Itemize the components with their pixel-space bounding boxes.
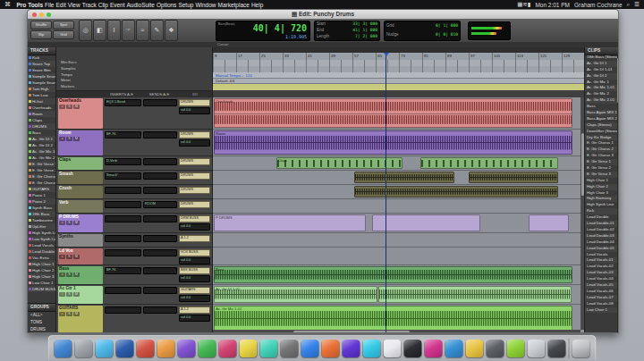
record-button[interactable]: ●: [59, 292, 65, 297]
clip-list-item[interactable]: Bass: [585, 104, 617, 110]
audio-clip[interactable]: Overheads: [214, 98, 572, 128]
dock-icon[interactable]: [548, 340, 566, 357]
track-name-block[interactable]: Smash●SM: [58, 172, 103, 184]
clip-list-item[interactable]: Dry Kic Bridge: [585, 135, 617, 141]
audio-clip[interactable]: Claps: [276, 157, 402, 169]
scrubber-tool-icon[interactable]: ≈: [136, 20, 149, 41]
horizontal-scrollbar[interactable]: [213, 330, 580, 333]
track-list-item[interactable]: Lead Vocals: [28, 242, 55, 248]
track-name-block[interactable]: P DRUMS●SM: [58, 214, 103, 232]
solo-button[interactable]: S: [66, 273, 72, 277]
track-name[interactable]: Overheads: [59, 98, 102, 104]
zoom-tool-icon[interactable]: ◎: [79, 20, 92, 41]
io-output-path[interactable]: GUITARS: [179, 287, 210, 294]
io-output-path[interactable]: BSS BUSS: [179, 267, 210, 274]
menu-item[interactable]: Setup: [177, 2, 194, 8]
nudge-label[interactable]: Nudge: [386, 30, 399, 39]
volume-readout[interactable]: vol 0.0: [179, 139, 210, 147]
grid-label[interactable]: Grid: [386, 21, 394, 30]
track-name-block[interactable]: Overheads●SM: [58, 98, 103, 129]
edit-lane[interactable]: Room: [213, 130, 584, 156]
clip-list-item[interactable]: High Harmony: [585, 196, 617, 202]
audio-clip[interactable]: [469, 172, 558, 183]
spotlight-icon[interactable]: ⌕: [627, 1, 631, 8]
track-name[interactable]: Crush: [59, 186, 102, 191]
solo-button[interactable]: S: [66, 221, 72, 225]
send-slot[interactable]: [143, 215, 177, 222]
io-output-path[interactable]: DRM BUSS: [179, 215, 210, 222]
insert-slot[interactable]: [105, 201, 141, 208]
clip-list-item[interactable]: Bass Again MIX 2: [585, 116, 617, 122]
io-output-path[interactable]: DRUMS: [179, 99, 210, 106]
menu-item[interactable]: Help: [250, 2, 264, 8]
clip-list-item[interactable]: High Choir 1: [585, 178, 617, 184]
ruler-label[interactable]: Meter: [56, 78, 213, 84]
clip-list-item[interactable]: Downlifter (Stereo): [585, 129, 617, 135]
dock-icon[interactable]: [528, 340, 546, 357]
record-button[interactable]: ●: [59, 137, 65, 141]
dock-icon[interactable]: [157, 340, 175, 357]
track-name[interactable]: Ld Vox: [59, 248, 102, 254]
send-slot[interactable]: [143, 287, 177, 294]
io-output-path[interactable]: DRUMS: [179, 201, 210, 208]
clip-list-item[interactable]: Lead Vocals-07: [585, 295, 617, 301]
dock-icon[interactable]: [178, 340, 196, 357]
mute-button[interactable]: M: [73, 221, 80, 225]
dock-icon[interactable]: [404, 340, 422, 357]
clip-list-item[interactable]: Low Choir 1: [585, 307, 617, 314]
solo-button[interactable]: S: [66, 292, 72, 297]
dock-icon[interactable]: [281, 340, 299, 357]
audio-clip[interactable]: [378, 286, 572, 303]
playhead-cursor[interactable]: [386, 53, 386, 333]
counter-format-label[interactable]: Bars|Beats: [218, 22, 235, 26]
track-list-item[interactable]: Tom High: [28, 86, 55, 92]
io-column-header[interactable]: I/O: [178, 91, 212, 97]
edit-lane[interactable]: [213, 185, 584, 199]
audio-clip[interactable]: [372, 214, 479, 231]
track-list-item[interactable]: Sample Snare 1: [28, 80, 55, 86]
dock-icon[interactable]: [55, 340, 72, 357]
send-slot[interactable]: [143, 267, 177, 274]
io-output-path[interactable]: A 1-2: [179, 306, 210, 314]
send-slot[interactable]: [143, 306, 177, 314]
shuffle-mode-button[interactable]: Shuffle: [30, 21, 52, 29]
track-name-block[interactable]: Room●SM: [58, 130, 103, 155]
dock-icon[interactable]: [199, 340, 216, 357]
track-name[interactable]: Claps: [59, 157, 102, 163]
mute-button[interactable]: M: [73, 255, 80, 259]
dock-icon[interactable]: [219, 340, 237, 357]
clip-list-item[interactable]: E. Gtr Verse 1: [585, 159, 617, 165]
track-name[interactable]: Ac Gtr 1: [59, 286, 102, 291]
track-list-item[interactable]: E. Gtr Chorus 1: [28, 173, 55, 180]
clip-list-item[interactable]: Ac. Gtr DI 1: [585, 61, 617, 67]
menu-clock[interactable]: Mon 2:01 PM: [535, 2, 570, 8]
trim-tool-icon[interactable]: ◧: [93, 20, 106, 41]
track-list-item[interactable]: Low Synth Line: [28, 236, 55, 242]
audio-clip[interactable]: [529, 214, 570, 231]
audio-clip[interactable]: Ac. Gtr DI 1-01: [214, 286, 377, 303]
menu-user[interactable]: Graham Cochrane: [574, 2, 622, 8]
ruler-label[interactable]: Tempo: [56, 72, 213, 79]
dock-icon[interactable]: [363, 340, 381, 357]
track-list-item[interactable]: Piano 1: [28, 192, 55, 198]
audio-clip[interactable]: Room: [214, 130, 572, 155]
audio-clip[interactable]: Bass: [214, 266, 572, 283]
record-button[interactable]: ●: [59, 105, 65, 109]
volume-readout[interactable]: vol 0.0: [179, 257, 210, 264]
volume-readout[interactable]: vol 0.0: [179, 295, 210, 302]
send-slot[interactable]: [143, 187, 177, 194]
groups-panel-header[interactable]: GROUPS: [28, 304, 56, 312]
send-slot[interactable]: [143, 131, 177, 139]
track-list-item[interactable]: E. Gtr Verse 2: [28, 167, 55, 173]
track-list-item[interactable]: E. Gtr Verse 1: [28, 161, 55, 167]
clip-list-item[interactable]: E. Gtr Verse 2: [585, 165, 617, 172]
track-list-item[interactable]: Synth Bass: [28, 205, 55, 211]
track-list-item[interactable]: Ac. Gtr Mic 1: [28, 148, 55, 155]
volume-readout[interactable]: vol 0.0: [179, 275, 210, 282]
audio-clip[interactable]: P DRUMS: [214, 214, 366, 231]
clip-list-item[interactable]: Lead Vocals-02: [585, 264, 617, 270]
clip-list-item[interactable]: Lead Double-03: [585, 233, 617, 239]
edit-lane[interactable]: Claps: [213, 156, 584, 171]
pencil-tool-icon[interactable]: ✎: [150, 20, 164, 41]
insert-slot[interactable]: [105, 187, 141, 194]
